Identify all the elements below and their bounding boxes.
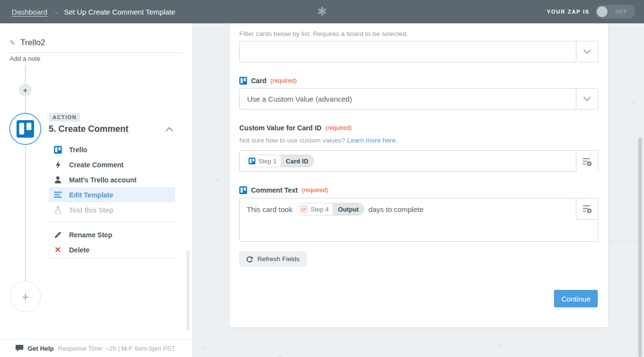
sidebar-scrollbar[interactable]: [186, 250, 190, 331]
delete-step-button[interactable]: ✕ Delete: [49, 242, 175, 257]
trello-icon: [54, 146, 62, 154]
breadcrumb: Dashboard → Set Up Create Comment Templa…: [0, 8, 175, 16]
card-select-value: Use a Custom Value (advanced): [247, 95, 352, 103]
custom-value-input[interactable]: Step 1 Card ID: [239, 150, 598, 172]
refresh-fields-button[interactable]: Refresh Fields: [239, 251, 306, 267]
pencil-icon: [54, 232, 62, 238]
menu-item-label: Matt's Trello account: [69, 176, 137, 184]
decoration-plus: +: [277, 352, 283, 357]
learn-more-link[interactable]: Learn more here.: [347, 137, 397, 144]
toggle-knob: [597, 6, 608, 17]
add-step-above-button[interactable]: +: [19, 84, 32, 96]
person-icon: [54, 176, 62, 183]
field-token[interactable]: Step 4 Output: [296, 203, 364, 215]
zap-status-label: YOUR ZAP IS: [547, 9, 590, 15]
chevron-down-icon[interactable]: [576, 89, 598, 109]
list-select[interactable]: [239, 41, 598, 62]
zap-name-row[interactable]: ✎ Trello2: [10, 38, 183, 53]
template-form-card: Filter cards below by list. Requires a b…: [230, 23, 608, 327]
add-note-link[interactable]: Add a note: [10, 55, 40, 62]
decoration-dot: o: [203, 343, 207, 351]
filter-help-text: Filter cards below by list. Requires a b…: [239, 30, 598, 37]
menu-item-label: Trello: [69, 146, 87, 154]
zap-on-off-toggle[interactable]: OFF: [595, 5, 635, 18]
card-select[interactable]: Use a Custom Value (advanced): [239, 88, 598, 109]
refresh-fields-label: Refresh Fields: [257, 255, 300, 263]
chat-bubble-icon: [16, 345, 23, 352]
step-menu: Trello Create Comment Matt's Trello acco…: [49, 142, 175, 217]
insert-fields-button[interactable]: [576, 198, 598, 220]
rename-step-button[interactable]: Rename Step: [49, 227, 175, 242]
trello-icon: [239, 77, 247, 85]
field-token[interactable]: Step 1 Card ID: [245, 155, 314, 167]
chevron-up-icon[interactable]: [165, 127, 173, 132]
menu-divider: [49, 258, 175, 258]
step-title: 5. Create Comment: [49, 124, 128, 134]
field-label-text: Comment Text: [251, 186, 298, 194]
breadcrumb-dashboard-link[interactable]: Dashboard: [12, 8, 47, 16]
token-field: Output: [333, 203, 364, 215]
bolt-icon: [54, 161, 62, 169]
token-field: Card ID: [281, 155, 314, 167]
menu-item-test-step[interactable]: Test this Step: [49, 202, 175, 217]
trello-icon: [239, 186, 247, 194]
custom-value-field-label: Custom Value for Card ID (required): [239, 124, 598, 132]
insert-fields-icon: [582, 204, 592, 214]
template-list-icon: [54, 192, 62, 198]
menu-item-action[interactable]: Create Comment: [49, 157, 175, 172]
field-label-text: Custom Value for Card ID: [239, 124, 322, 132]
field-label-text: Card: [251, 77, 267, 85]
menu-item-edit-template[interactable]: Edit Template: [49, 187, 175, 202]
menu-item-app[interactable]: Trello: [49, 142, 175, 157]
trello-icon: [249, 158, 255, 164]
token-step: Step 4: [310, 206, 329, 213]
decoration-dot: o: [498, 342, 501, 350]
help-text-part: Not sure how to use custom values?: [239, 137, 345, 144]
menu-divider: [49, 221, 175, 222]
token-step: Step 1: [258, 158, 277, 165]
action-badge: ACTION: [49, 113, 80, 122]
custom-value-help: Not sure how to use custom values? Learn…: [239, 137, 598, 144]
page-title: Set Up Create Comment Template: [64, 8, 175, 16]
menu-item-label: Test this Step: [69, 206, 113, 214]
decoration-connector: [610, 241, 638, 242]
step-app-circle[interactable]: [9, 113, 41, 145]
menu-item-label: Edit Template: [69, 191, 113, 199]
zap-name: Trello2: [20, 38, 45, 48]
formatter-icon: [300, 206, 307, 213]
get-help-bar: Get Help Response Time: ~2h | M-F 9am-5p…: [0, 339, 192, 357]
menu-item-account[interactable]: Matt's Trello account: [49, 172, 175, 187]
decoration-plus: +: [630, 99, 635, 109]
step-header[interactable]: 5. Create Comment: [49, 124, 175, 134]
insert-fields-button[interactable]: [576, 151, 598, 172]
required-tag: (required): [302, 187, 328, 194]
comment-text-after: days to complete: [368, 205, 423, 214]
top-bar: Dashboard → Set Up Create Comment Templa…: [0, 0, 644, 23]
required-tag: (required): [270, 77, 297, 84]
menu-item-label: Create Comment: [69, 161, 124, 169]
step-timeline: [25, 66, 26, 281]
comment-text-before: This card took: [247, 205, 292, 214]
decoration-dot: o: [215, 175, 219, 183]
insert-fields-icon: [582, 157, 592, 166]
card-field-label: Card (required): [239, 77, 598, 85]
action-item-label: Delete: [69, 246, 89, 254]
comment-field-label: Comment Text (required): [239, 186, 598, 194]
zap-editor-sidebar: ✎ Trello2 Add a note + ACTION 5. Create …: [0, 23, 192, 357]
delete-x-icon: ✕: [54, 245, 62, 254]
continue-button[interactable]: Continue: [554, 290, 598, 307]
breadcrumb-arrow-icon: →: [52, 8, 59, 16]
editor-canvas: + o + o o Filter cards below by list. Re…: [192, 23, 644, 357]
required-tag: (required): [325, 125, 352, 131]
chevron-down-icon[interactable]: [576, 41, 598, 62]
trello-icon: [17, 120, 34, 138]
page-scrollbar[interactable]: [638, 138, 642, 357]
toggle-state-label: OFF: [608, 9, 635, 15]
comment-text-input[interactable]: This card took Step 4 Output days to com…: [239, 198, 598, 242]
get-help-link[interactable]: Get Help: [28, 345, 54, 352]
edit-zap-name-icon: ✎: [10, 39, 16, 47]
response-time-text: Response Time: ~2h | M-F 9am-5pm PST: [58, 345, 175, 352]
refresh-icon: [246, 256, 253, 263]
action-item-label: Rename Step: [69, 231, 112, 239]
add-step-button[interactable]: +: [10, 281, 41, 312]
